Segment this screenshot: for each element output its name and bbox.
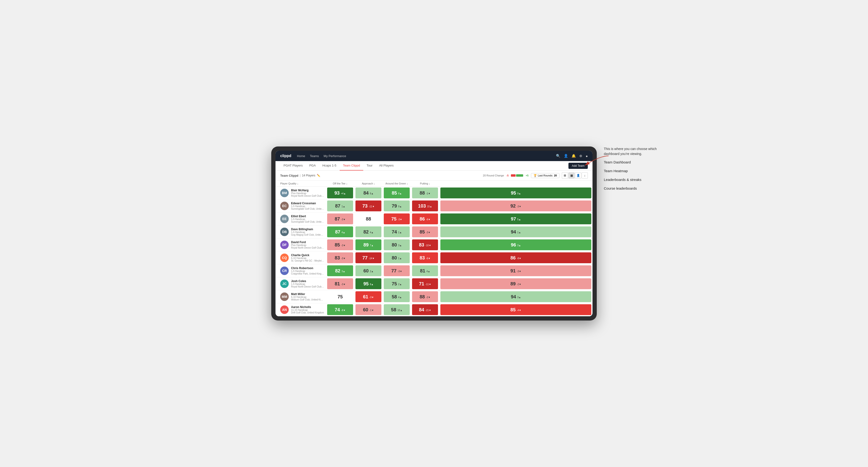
score-delta: -3▼ <box>398 218 402 221</box>
player-cell-4[interactable]: DFDavid FordPlus HandicapRoyal North Dev… <box>276 239 326 251</box>
table-row[interactable]: EEElliot Ebert1-5 HandicapSunningdale Go… <box>276 213 592 225</box>
score-cell-0-4: 959▲ <box>439 187 592 199</box>
annotation-intro: This is where you can choose which dashb… <box>604 147 670 156</box>
player-cell-9[interactable]: ANAaron Nicholls11-15 HandicapDrift Golf… <box>276 303 326 316</box>
edit-icon[interactable]: ✏️ <box>317 174 320 177</box>
score-delta: 9▲ <box>398 205 402 208</box>
score-delta: -14▼ <box>369 257 374 260</box>
player-club: Royal North Devon Golf Club, United King… <box>291 195 324 197</box>
score-cell-9-3: 84-21▼ <box>411 303 439 316</box>
table-row[interactable]: CRChris Robertson1-5 HandicapCraigmillar… <box>276 264 592 277</box>
score-delta: -3▼ <box>369 296 374 299</box>
annotation-item-3: Course leaderboards <box>604 186 670 190</box>
player-name: Charlie Quick <box>291 253 324 257</box>
table-row[interactable]: MMMatt Miller6-10 HandicapWoburn Golf Cl… <box>276 290 592 303</box>
brand-logo[interactable]: clippd <box>280 154 291 158</box>
score-cell-9-0: 74-8▼ <box>326 303 354 316</box>
score-cell-6-0: 823▲ <box>326 264 354 277</box>
col-header-approach[interactable]: Approach ↓ <box>354 181 382 187</box>
annotation-items: Team Dashboard Team Heatmap Leaderboards… <box>604 160 670 190</box>
score-delta: -3▼ <box>341 218 346 221</box>
score-delta: -8▼ <box>341 309 346 312</box>
subnav-pga[interactable]: PGA <box>306 161 319 170</box>
table-row[interactable]: ANAaron Nicholls11-15 HandicapDrift Golf… <box>276 303 592 316</box>
score-value: 75 <box>391 216 397 222</box>
team-name: Team Clippd <box>280 174 299 177</box>
table-row[interactable]: DBDave Billingham1-5 HandicapGog Magog G… <box>276 225 592 239</box>
score-value: 103 <box>418 203 426 209</box>
table-row[interactable]: CQCharlie Quick6-10 HandicapSt. George's… <box>276 251 592 264</box>
col-header-player[interactable]: Player Quality ↓ <box>276 181 326 187</box>
score-cell-3-4: 941▲ <box>439 225 592 239</box>
score-value: 95 <box>511 190 516 196</box>
player-cell-2[interactable]: EEElliot Ebert1-5 HandicapSunningdale Go… <box>276 213 326 225</box>
table-row[interactable]: JCJosh Coles1-5 HandicapRoyal North Devo… <box>276 277 592 290</box>
score-cell-2-0: 87-3▼ <box>326 213 354 225</box>
col-header-off-tee[interactable]: Off the Tee ↓ <box>326 181 354 187</box>
score-delta: -21▼ <box>425 309 431 312</box>
score-cell-0-0: 93+4▲ <box>326 187 354 199</box>
table-row[interactable]: BMBlair McHargPlus HandicapRoyal North D… <box>276 187 592 199</box>
score-delta: -3▼ <box>517 270 521 273</box>
score-cell-1-2: 799▲ <box>382 199 411 213</box>
subnav-team-clippd[interactable]: Team Clippd <box>340 161 363 170</box>
player-cell-6[interactable]: CRChris Robertson1-5 HandicapCraigmillar… <box>276 264 326 277</box>
score-delta: 1▲ <box>342 205 345 208</box>
table-view-button[interactable]: ▦ <box>568 173 575 179</box>
score-delta: 10▲ <box>398 309 402 312</box>
player-cell-1[interactable]: ECEdward Crossman1-5 HandicapSunningdale… <box>276 199 326 213</box>
person-view-button[interactable]: 👤 <box>575 173 581 179</box>
score-value: 93 <box>335 190 340 196</box>
score-cell-0-1: 846▲ <box>354 187 382 199</box>
player-cell-0[interactable]: BMBlair McHargPlus HandicapRoyal North D… <box>276 187 326 199</box>
col-header-putting[interactable]: Putting ↓ <box>411 181 439 187</box>
player-club: Royal North Devon Golf Club, United King… <box>291 247 324 249</box>
user-icon[interactable]: 👤 <box>564 154 568 158</box>
plus-circle-icon[interactable]: ⊕ <box>579 154 582 158</box>
player-avatar: MM <box>280 292 289 301</box>
score-delta: 8▲ <box>398 192 402 195</box>
player-cell-3[interactable]: DBDave Billingham1-5 HandicapGog Magog G… <box>276 225 326 239</box>
score-value: 71 <box>419 281 424 286</box>
score-delta: 2▲ <box>398 283 402 286</box>
subnav-hcaps[interactable]: Hcaps 1-5 <box>319 161 340 170</box>
score-delta: -6▼ <box>426 257 431 260</box>
annotation-arrow <box>583 154 611 168</box>
round-change-label: 20 Round Change <box>483 174 504 177</box>
player-handicap: 1-5 Handicap <box>291 270 324 272</box>
download-view-button[interactable]: ↓ <box>582 173 588 179</box>
nav-teams[interactable]: Teams <box>310 154 319 158</box>
player-cell-7[interactable]: JCJosh Coles1-5 HandicapRoyal North Devo… <box>276 277 326 290</box>
subnav-all-players[interactable]: All Players <box>376 161 397 170</box>
score-cell-8-3: 88-2▼ <box>411 290 439 303</box>
score-cell-1-3: 10315▲ <box>411 199 439 213</box>
score-delta: 1▲ <box>398 257 402 260</box>
nav-my-performance[interactable]: My Performance <box>323 154 346 158</box>
subnav-pgat[interactable]: PGAT Players <box>280 161 306 170</box>
col-header-around-green[interactable]: Around the Green ↓ <box>382 181 411 187</box>
score-delta: 9▲ <box>517 192 521 195</box>
search-icon[interactable]: 🔍 <box>556 154 560 158</box>
subnav-tour[interactable]: Tour <box>363 161 376 170</box>
player-club: Royal North Devon Golf Club, United King… <box>291 285 324 288</box>
nav-home[interactable]: Home <box>297 154 305 158</box>
score-cell-7-2: 752▲ <box>382 277 411 290</box>
player-cell-8[interactable]: MMMatt Miller6-10 HandicapWoburn Golf Cl… <box>276 290 326 303</box>
score-value: 85 <box>335 242 340 248</box>
grid-view-button[interactable]: ⊞ <box>562 173 568 179</box>
neg-bar <box>511 174 516 177</box>
annotation-item-1: Team Heatmap <box>604 169 670 173</box>
score-value: 74 <box>392 229 397 235</box>
score-delta: 4▲ <box>427 270 430 273</box>
player-cell-5[interactable]: CQCharlie Quick6-10 HandicapSt. George's… <box>276 251 326 264</box>
bell-icon[interactable]: 🔔 <box>571 154 576 158</box>
player-avatar: CR <box>280 267 289 275</box>
score-value: 83 <box>419 242 424 248</box>
score-cell-3-3: 85-3▼ <box>411 225 439 239</box>
tablet-frame: clippd Home Teams My Performance 🔍 👤 🔔 ⊕… <box>271 147 597 320</box>
table-row[interactable]: ECEdward Crossman1-5 HandicapSunningdale… <box>276 199 592 213</box>
player-handicap: 6-10 Handicap <box>291 296 324 299</box>
score-cell-4-1: 897▲ <box>354 239 382 251</box>
table-row[interactable]: DFDavid FordPlus HandicapRoyal North Dev… <box>276 239 592 251</box>
last-rounds-button[interactable]: 🏆 Last Rounds: 20 <box>531 173 559 178</box>
